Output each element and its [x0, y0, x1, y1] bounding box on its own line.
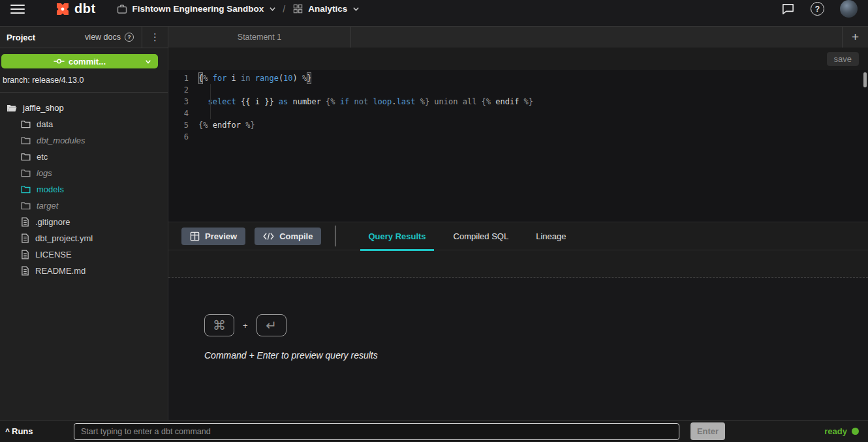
project-panel-title: Project	[0, 33, 35, 42]
tree-item-etc[interactable]: etc	[0, 149, 168, 165]
caret-up-icon: ^	[5, 427, 10, 436]
tree-item-label: models	[37, 184, 64, 194]
command-key-glyph: ⌘	[213, 317, 226, 333]
project-name: Fishtown Engineering Sandbox	[132, 4, 264, 14]
tree-item-label: data	[37, 119, 53, 129]
toolbar-divider	[335, 226, 335, 246]
editor-tab-bar: Statement 1 +	[168, 27, 868, 48]
tree-item-.gitignore[interactable]: .gitignore	[0, 214, 168, 230]
code-brackets-icon	[263, 232, 274, 241]
top-bar: dbt Fishtown Engineering Sandbox / Analy…	[0, 0, 868, 26]
commit-chevron-down-icon[interactable]	[145, 59, 151, 65]
help-icon[interactable]: ?	[811, 2, 824, 16]
code-line: 1{% for i in range(10) %}	[168, 72, 868, 84]
folder-icon	[21, 169, 31, 177]
view-docs-label: view docs	[85, 33, 121, 42]
tab-compiled-sql[interactable]: Compiled SQL	[446, 222, 517, 250]
runs-label: Runs	[12, 426, 33, 436]
top-bar-right: ?	[781, 0, 858, 18]
new-tab-button[interactable]: +	[842, 27, 868, 48]
tree-item-jaffle_shop[interactable]: jaffle_shop	[0, 100, 168, 116]
tab-lineage-label: Lineage	[536, 231, 566, 241]
status-indicator: ready	[824, 426, 859, 436]
line-number: 2	[168, 84, 198, 96]
enter-button[interactable]: Enter	[690, 422, 725, 440]
project-menu-kebab-icon[interactable]: ⋮	[142, 27, 168, 48]
file-icon	[21, 233, 29, 243]
body-row: commit... branch: release/4.13.0 jaffle_…	[0, 48, 868, 420]
tree-item-label: dbt_project.yml	[35, 233, 93, 243]
user-avatar[interactable]	[840, 0, 858, 18]
tree-item-label: README.md	[35, 266, 85, 276]
tree-item-dbt_project.yml[interactable]: dbt_project.yml	[0, 230, 168, 246]
folder-open-icon	[7, 104, 17, 113]
editor-tab-statement-1[interactable]: Statement 1	[168, 27, 351, 48]
keyboard-hint: ⌘ + ↵	[204, 314, 868, 336]
file-icon	[21, 217, 29, 227]
git-commit-icon	[54, 57, 65, 65]
tree-item-data[interactable]: data	[0, 116, 168, 132]
view-docs-help-icon: ?	[125, 33, 134, 42]
tree-item-label: target	[37, 201, 58, 211]
status-label: ready	[824, 426, 847, 436]
main-column: save 1{% for i in range(10) %}23 select …	[168, 48, 868, 420]
tree-item-dbt_modules[interactable]: dbt_modules	[0, 132, 168, 149]
code-editor[interactable]: 1{% for i in range(10) %}23 select {{ i …	[168, 70, 868, 222]
code-line: 3 select {{ i }} as number {% if not loo…	[168, 96, 868, 108]
dbt-logo-icon	[55, 1, 70, 17]
tree-item-models[interactable]: models	[0, 181, 168, 198]
tree-item-label: jaffle_shop	[23, 103, 64, 113]
tree-item-logs[interactable]: logs	[0, 165, 168, 181]
tab-lineage[interactable]: Lineage	[528, 222, 574, 250]
tree-item-README.md[interactable]: README.md	[0, 263, 168, 279]
results-content: ⌘ + ↵ Command + Enter to preview query r…	[168, 278, 868, 420]
editor-toolbar: save	[168, 48, 868, 70]
file-icon	[21, 250, 29, 259]
folder-icon	[21, 201, 31, 210]
project-panel-header: Project view docs ? ⋮	[0, 27, 168, 48]
preview-button-label: Preview	[205, 231, 237, 241]
code-line: 2	[168, 84, 868, 96]
active-tab-underline	[360, 249, 433, 251]
briefcase-icon	[117, 4, 127, 14]
kebab-glyph: ⋮	[150, 31, 160, 43]
project-switcher[interactable]: Fishtown Engineering Sandbox	[117, 4, 277, 14]
header-row: Project view docs ? ⋮ Statement 1 +	[0, 26, 868, 48]
runs-drawer-toggle[interactable]: ^ Runs	[5, 426, 74, 436]
file-tree: jaffle_shopdatadbt_modulesetclogsmodelst…	[0, 93, 168, 279]
environment-switcher[interactable]: Analytics	[293, 4, 360, 14]
compile-button[interactable]: Compile	[255, 228, 321, 245]
commit-button-label: commit...	[69, 57, 106, 66]
tree-item-label: dbt_modules	[37, 136, 85, 145]
code-line: 6	[168, 131, 868, 143]
tree-item-target[interactable]: target	[0, 198, 168, 214]
mini-help-mark: ?	[127, 34, 131, 40]
hamburger-menu-icon[interactable]	[10, 5, 25, 14]
view-docs-link[interactable]: view docs ?	[85, 33, 142, 42]
code-line: 5{% endfor %}	[168, 119, 868, 131]
line-number: 1	[168, 72, 198, 84]
results-substrip	[168, 250, 868, 278]
tree-item-label: logs	[37, 168, 52, 178]
plus-icon: +	[852, 30, 859, 44]
runs-bar: ^ Runs Enter ready	[0, 420, 868, 442]
dbt-command-input[interactable]	[74, 423, 679, 440]
tree-item-label: LICENSE	[35, 250, 72, 259]
editor-scrollbar[interactable]	[863, 72, 867, 87]
line-number: 5	[168, 119, 198, 131]
tab-query-results[interactable]: Query Results	[360, 222, 433, 250]
editor-tab-label: Statement 1	[238, 33, 281, 42]
dbt-logo: dbt	[55, 1, 96, 17]
save-button[interactable]: save	[827, 52, 859, 66]
environment-name: Analytics	[308, 4, 347, 14]
compile-button-label: Compile	[279, 231, 313, 241]
preview-button[interactable]: Preview	[181, 228, 245, 245]
chat-icon[interactable]	[781, 2, 795, 16]
grid-icon	[293, 4, 303, 14]
hint-text: Command + Enter to preview query results	[204, 350, 868, 361]
commit-button[interactable]: commit...	[1, 54, 158, 68]
branch-label: branch: release/4.13.0	[0, 68, 168, 85]
code-lines: 1{% for i in range(10) %}23 select {{ i …	[168, 72, 868, 143]
tree-item-LICENSE[interactable]: LICENSE	[0, 246, 168, 263]
help-mark: ?	[815, 5, 820, 14]
